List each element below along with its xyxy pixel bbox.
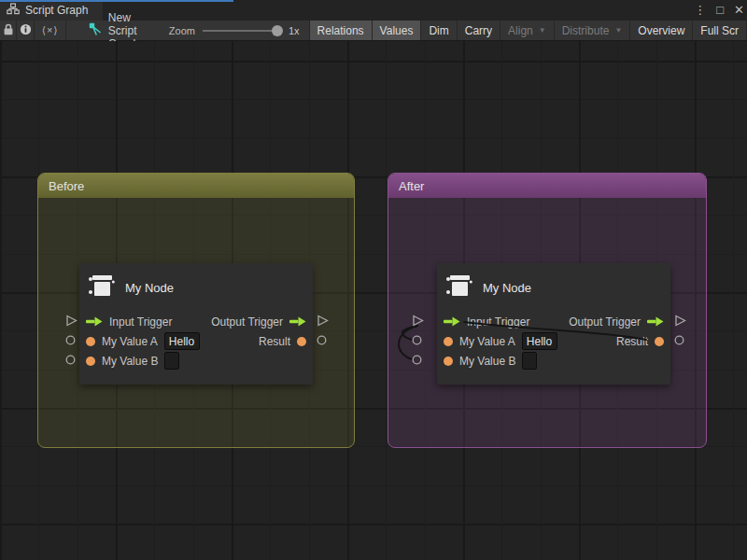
window-menu-icon[interactable]: ⋮	[694, 0, 706, 21]
after-result-port[interactable]	[674, 335, 684, 345]
before-flow-in-port[interactable]	[65, 315, 78, 327]
after-flow-out-port[interactable]	[674, 315, 686, 327]
align-dropdown[interactable]: Align ▼	[500, 21, 555, 40]
port-label-result: Result	[259, 335, 290, 348]
unit-icon	[445, 272, 473, 303]
node-title: My Node	[125, 281, 174, 295]
port-label-value-b: My Value B	[459, 355, 515, 368]
before-value-a-port[interactable]	[65, 335, 76, 345]
grid-line	[0, 41, 2, 560]
group-after-header[interactable]: After	[388, 174, 706, 198]
flow-out-icon[interactable]	[289, 314, 306, 330]
flow-in-icon[interactable]	[86, 314, 103, 330]
graph-picker[interactable]: New Script Graph	[89, 21, 156, 40]
port-label-flow-in: Input Trigger	[109, 315, 172, 329]
info-icon	[20, 23, 32, 38]
graph-canvas[interactable]: Before After My Node	[0, 41, 747, 560]
maximize-icon[interactable]: □	[716, 0, 724, 21]
distribute-dropdown[interactable]: Distribute ▼	[555, 21, 631, 40]
overview-button[interactable]: Overview	[630, 21, 693, 40]
port-label-value-a: My Value A	[459, 335, 515, 348]
after-value-a-port[interactable]	[412, 335, 422, 345]
my-node-after[interactable]: My Node Input Trigger Output Trigger	[437, 263, 670, 385]
zoom-slider-handle[interactable]	[272, 25, 283, 36]
before-result-port[interactable]	[317, 335, 327, 345]
script-graph-asset-icon	[89, 22, 102, 38]
after-value-b-port[interactable]	[412, 355, 422, 365]
port-label-result: Result	[616, 335, 648, 348]
grid-line	[0, 99, 747, 100]
grid-line	[733, 41, 734, 560]
relations-toggle[interactable]: Relations	[310, 21, 373, 40]
toolbar: ⟨×⟩ New Script Graph Zoom 1x Relations V…	[0, 21, 747, 41]
group-before-label: Before	[49, 179, 84, 193]
my-node-before[interactable]: My Node Input Trigger Output Trigger	[79, 263, 313, 385]
tab-title: Script Graph	[25, 4, 88, 17]
chevron-down-icon: ▼	[539, 26, 546, 35]
edit-source-button[interactable]: ⟨×⟩	[35, 21, 65, 40]
close-icon[interactable]: ✕	[734, 0, 744, 21]
carry-toggle[interactable]: Carry	[458, 21, 500, 40]
unit-icon	[88, 272, 116, 303]
port-label-flow-out: Output Trigger	[211, 315, 283, 329]
zoom-slider[interactable]	[203, 30, 279, 32]
value-b-field[interactable]	[164, 352, 179, 370]
value-b-port-icon[interactable]	[444, 357, 453, 366]
value-b-port-icon[interactable]	[86, 357, 95, 366]
value-a-port-icon[interactable]	[86, 337, 95, 346]
group-before-header[interactable]: Before	[38, 174, 354, 198]
zoom-value: 1x	[289, 25, 300, 36]
before-value-b-port[interactable]	[65, 355, 76, 365]
after-flow-in-port[interactable]	[412, 315, 424, 327]
focused-tab-accent	[0, 0, 233, 2]
port-label-flow-out: Output Trigger	[569, 315, 641, 329]
dim-toggle[interactable]: Dim	[421, 21, 457, 40]
code-icon: ⟨×⟩	[42, 24, 59, 36]
flow-out-icon[interactable]	[647, 314, 664, 330]
lock-button[interactable]	[0, 21, 17, 40]
node-title: My Node	[483, 281, 531, 295]
before-flow-out-port[interactable]	[317, 315, 329, 327]
value-a-port-icon[interactable]	[444, 337, 453, 346]
result-port-icon[interactable]	[655, 337, 664, 346]
port-label-flow-in: Input Trigger	[467, 315, 529, 329]
group-after-label: After	[399, 179, 424, 193]
tab-script-graph[interactable]: Script Graph	[0, 0, 103, 21]
value-a-field[interactable]	[164, 332, 200, 350]
inspect-button[interactable]	[17, 21, 35, 40]
grid-line	[0, 524, 747, 525]
lock-icon	[3, 23, 14, 38]
grid-line	[0, 485, 747, 486]
values-toggle[interactable]: Values	[373, 21, 422, 40]
value-a-field[interactable]	[522, 332, 557, 350]
grid-line	[0, 138, 747, 139]
value-b-field[interactable]	[522, 352, 537, 370]
grid-line	[0, 61, 747, 63]
chevron-down-icon: ▼	[614, 26, 622, 35]
flow-in-icon[interactable]	[444, 314, 460, 330]
port-label-value-a: My Value A	[102, 335, 158, 348]
zoom-label: Zoom	[169, 25, 195, 36]
graph-hierarchy-icon	[7, 3, 20, 18]
fullscreen-button[interactable]: Full Scr	[693, 21, 747, 40]
port-label-value-b: My Value B	[102, 355, 158, 368]
grid-line	[386, 41, 387, 560]
result-port-icon[interactable]	[297, 337, 306, 346]
